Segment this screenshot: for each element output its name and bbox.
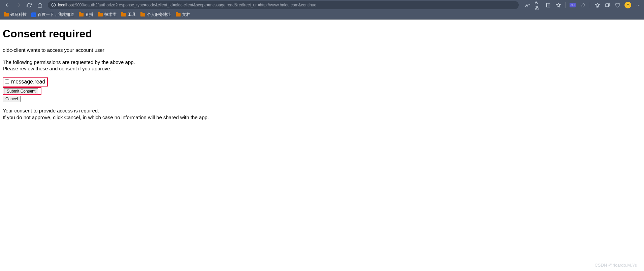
text-size-icon[interactable]: A⁺ <box>525 2 531 8</box>
svg-marker-6 <box>595 3 600 7</box>
bookmark-item[interactable]: 🐾 百度一下，我就知道 <box>31 12 74 18</box>
extensions-icon[interactable] <box>580 2 586 8</box>
folder-icon <box>121 13 126 16</box>
home-button[interactable] <box>35 0 44 10</box>
svg-point-9 <box>637 5 637 5</box>
bookmark-item[interactable]: 技术类 <box>98 12 117 18</box>
back-button[interactable] <box>3 0 12 10</box>
collections-icon[interactable] <box>604 2 610 8</box>
bookmark-label: 直播 <box>85 12 93 18</box>
scope-box: message.read <box>3 77 48 87</box>
bookmark-label: 银马科技 <box>10 12 27 18</box>
toolbar-right: A⁺ Aあ JH 😊 <box>525 2 641 8</box>
bookmark-item[interactable]: 文档 <box>176 12 190 18</box>
bookmark-item[interactable]: 工具 <box>121 12 136 18</box>
performance-icon[interactable] <box>614 2 620 8</box>
bookmarks-bar: 银马科技 🐾 百度一下，我就知道 直播 技术类 工具 个人服务地址 文档 <box>0 10 644 20</box>
footer-text: Your consent to provide access is requir… <box>3 107 641 121</box>
browser-chrome: localhost:9000/oauth2/authorize?response… <box>0 0 644 20</box>
submit-consent-button[interactable]: Submit Consent <box>4 88 38 94</box>
scope-checkbox[interactable] <box>5 79 9 84</box>
bookmark-label: 百度一下，我就知道 <box>38 12 74 18</box>
favorite-icon[interactable] <box>555 2 561 8</box>
bookmark-label: 技术类 <box>104 12 117 18</box>
address-bar[interactable]: localhost:9000/oauth2/authorize?response… <box>48 1 519 9</box>
page-content: Consent required oidc-client wants to ac… <box>0 20 644 131</box>
submit-highlight: Submit Consent <box>3 87 41 95</box>
folder-icon <box>176 13 181 16</box>
folder-icon <box>4 13 9 16</box>
svg-point-11 <box>639 5 640 5</box>
svg-marker-5 <box>556 3 560 7</box>
separator <box>565 2 566 8</box>
url-host: localhost <box>58 3 74 7</box>
bookmark-label: 工具 <box>128 12 136 18</box>
separator <box>590 2 590 8</box>
svg-point-10 <box>638 5 639 5</box>
more-icon[interactable] <box>635 2 641 8</box>
profile-badge[interactable]: JH <box>570 3 576 7</box>
scope-label[interactable]: message.read <box>5 79 45 85</box>
url-path: :9000/oauth2/authorize?response_type=cod… <box>74 3 316 7</box>
bookmark-label: 文档 <box>182 12 190 18</box>
reading-view-icon[interactable] <box>545 2 551 8</box>
translate-icon[interactable]: Aあ <box>535 2 541 8</box>
info-icon[interactable] <box>51 3 56 7</box>
bookmark-item[interactable]: 直播 <box>79 12 93 18</box>
bookmark-item[interactable]: 个人服务地址 <box>140 12 171 18</box>
folder-icon <box>140 13 145 16</box>
avatar[interactable]: 😊 <box>624 2 631 8</box>
favorites-list-icon[interactable] <box>594 2 600 8</box>
baidu-icon: 🐾 <box>31 12 36 17</box>
forward-button[interactable] <box>13 0 23 10</box>
permissions-text: The following permissions are requested … <box>3 59 641 72</box>
folder-icon <box>79 13 84 16</box>
nav-bar: localhost:9000/oauth2/authorize?response… <box>0 0 644 10</box>
bookmark-label: 个人服务地址 <box>147 12 171 18</box>
intro-text: oidc-client wants to access your account… <box>3 47 641 54</box>
page-title: Consent required <box>3 28 641 40</box>
svg-rect-8 <box>605 4 608 7</box>
refresh-button[interactable] <box>24 0 34 10</box>
bookmark-item[interactable]: 银马科技 <box>4 12 27 18</box>
cancel-button[interactable]: Cancel <box>3 96 21 102</box>
folder-icon <box>98 13 103 16</box>
